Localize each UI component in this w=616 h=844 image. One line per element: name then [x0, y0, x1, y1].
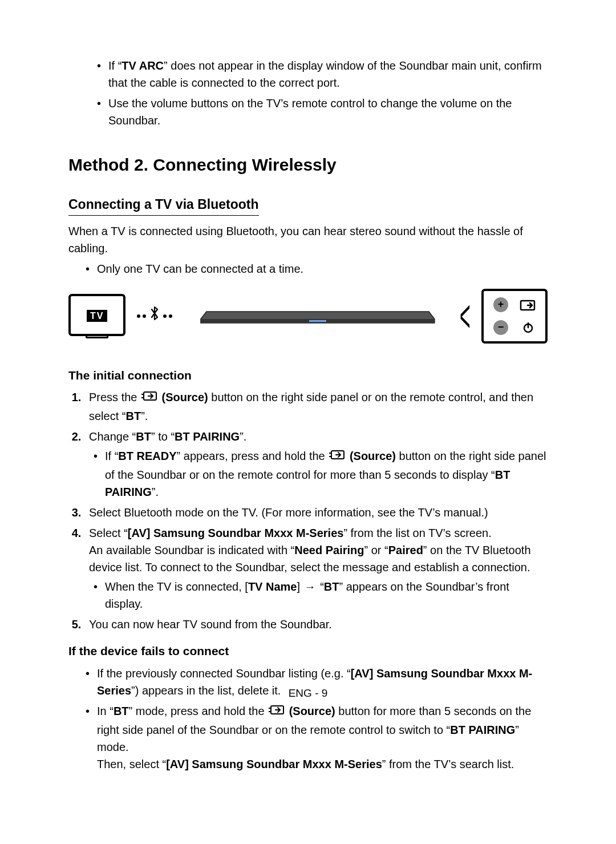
source-icon: [269, 702, 285, 720]
bluetooth-heading: Connecting a TV via Bluetooth: [68, 195, 259, 216]
source-panel-icon: [517, 296, 540, 314]
step-4: Select “[AV] Samsung Soundbar Mxxx M-Ser…: [84, 524, 548, 612]
tv-graphic: TV: [68, 294, 125, 338]
step-2-sub: If “BT READY” appears, press and hold th…: [94, 447, 548, 500]
power-icon: [517, 318, 540, 337]
initial-connection-steps: Press the (Source) button on the right s…: [84, 389, 548, 633]
bluetooth-icon: [149, 305, 160, 327]
fail-list: If the previously connected Soundbar lis…: [86, 665, 548, 773]
bracket-icon: <: [460, 300, 471, 332]
initial-connection-heading: The initial connection: [68, 366, 548, 385]
step-4-sub: When the TV is connected, [TV Name] → “B…: [94, 578, 548, 612]
arrow-icon: →: [305, 580, 316, 593]
step-5: You can now hear TV sound from the Sound…: [84, 616, 548, 633]
bluetooth-signal: [137, 305, 172, 327]
side-panel-graphic: + −: [481, 289, 548, 344]
volume-down-icon: −: [489, 318, 512, 337]
bluetooth-intro: When a TV is connected using Bluetooth, …: [68, 223, 548, 257]
method-2-heading: Method 2. Connecting Wirelessly: [68, 152, 548, 177]
svg-rect-1: [309, 320, 326, 322]
source-icon: [141, 389, 157, 406]
soundbar-graphic: [184, 305, 452, 328]
bluetooth-note: Only one TV can be connected at a time.: [86, 260, 548, 277]
note-volume: Use the volume buttons on the TV’s remot…: [97, 95, 548, 129]
connection-diagram: TV < + −: [68, 289, 548, 344]
source-icon: [329, 447, 345, 465]
step-1: Press the (Source) button on the right s…: [84, 389, 548, 425]
fail-2: In “BT” mode, press and hold the (Source…: [86, 702, 548, 773]
step-3: Select Bluetooth mode on the TV. (For mo…: [84, 504, 548, 521]
fail-heading: If the device fails to connect: [68, 642, 548, 660]
page-footer: ENG - 9: [0, 685, 616, 702]
step-2: Change “BT” to “BT PAIRING”. If “BT READ…: [84, 428, 548, 500]
top-notes-list: If “TV ARC” does not appear in the displ…: [97, 57, 548, 129]
note-arc: If “TV ARC” does not appear in the displ…: [97, 57, 548, 91]
volume-up-icon: +: [489, 296, 512, 314]
